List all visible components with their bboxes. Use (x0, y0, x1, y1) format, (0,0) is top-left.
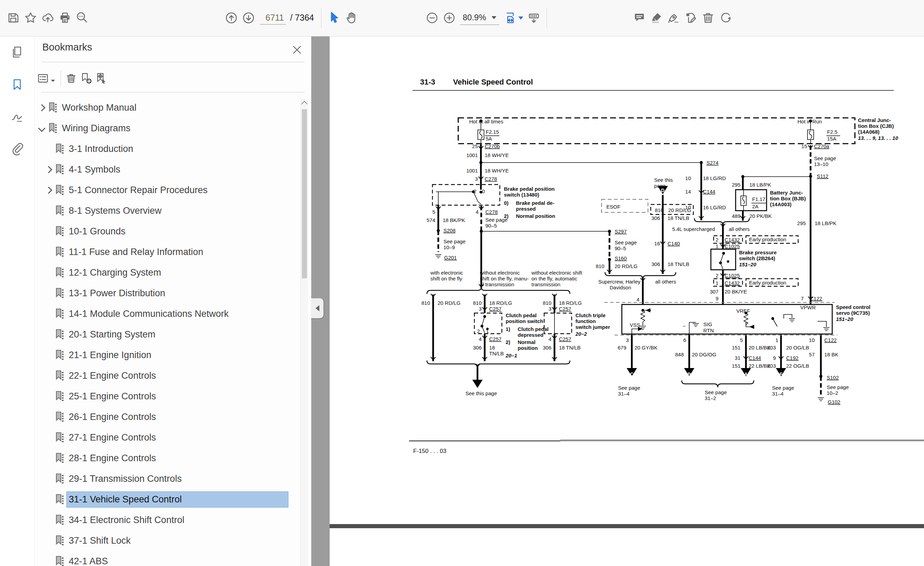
locate-bookmark-button[interactable] (94, 69, 109, 88)
bookmark-item[interactable]: 26-1 Engine Controls (34, 407, 288, 427)
bookmark-expand-chevron[interactable] (44, 515, 53, 524)
bookmark-expand-chevron[interactable] (44, 433, 53, 442)
bookmark-expand-chevron[interactable] (44, 268, 53, 277)
bookmark-expand-chevron[interactable] (37, 103, 46, 112)
select-tool-button[interactable] (326, 6, 343, 30)
save-button[interactable] (5, 6, 22, 30)
bookmark-item[interactable]: 12-1 Charging System (34, 262, 288, 283)
bookmark-label[interactable]: 13-1 Power Distribution (67, 286, 288, 301)
bookmark-item[interactable]: 28-1 Engine Controls (34, 448, 288, 469)
bookmark-expand-chevron[interactable] (44, 371, 53, 380)
bookmark-item[interactable]: 14-1 Module Communications Network (34, 304, 288, 324)
bookmark-item[interactable]: 11-1 Fuse and Relay Information (34, 242, 288, 262)
bookmark-label[interactable]: 12-1 Charging System (67, 265, 288, 280)
bookmark-item[interactable]: 5-1 Connector Repair Procedures (34, 180, 288, 201)
bookmark-item[interactable]: 8-1 Systems Overview (34, 201, 288, 221)
delete-bookmark-button[interactable] (64, 69, 79, 88)
zoom-level-select[interactable]: 80.9% (460, 10, 499, 25)
previous-page-button[interactable] (223, 6, 240, 30)
bookmark-label[interactable]: Wiring Diagrams (60, 121, 288, 136)
bookmark-label[interactable]: 28-1 Engine Controls (67, 451, 288, 466)
share-button[interactable] (39, 6, 56, 30)
bookmark-label[interactable]: 4-1 Symbols (67, 162, 288, 177)
zoom-out-button[interactable] (423, 6, 441, 30)
bookmark-item[interactable]: 13-1 Power Distribution (34, 283, 288, 304)
bookmark-expand-chevron[interactable] (44, 474, 53, 483)
add-bookmark-button[interactable] (79, 69, 94, 88)
bookmark-label[interactable]: 25-1 Engine Controls (67, 389, 288, 404)
bookmark-options-button[interactable] (36, 69, 51, 88)
bookmark-item[interactable]: 29-1 Transmission Controls (34, 469, 288, 489)
bookmark-expand-chevron[interactable] (44, 144, 53, 153)
bookmark-item[interactable]: 42-1 ABS (34, 551, 288, 566)
bookmark-label[interactable]: 21-1 Engine Ignition (67, 347, 288, 363)
bookmark-item[interactable]: 3-1 Introduction (34, 138, 288, 159)
scroll-mode-button[interactable] (525, 6, 542, 30)
bookmark-label[interactable]: 10-1 Grounds (67, 224, 288, 239)
bookmark-label[interactable]: 29-1 Transmission Controls (67, 471, 288, 487)
bookmark-item[interactable]: 21-1 Engine Ignition (34, 345, 288, 365)
print-button[interactable] (56, 6, 74, 30)
bookmark-item[interactable]: 10-1 Grounds (34, 221, 288, 242)
bookmark-item[interactable]: Workshop Manual (34, 97, 288, 118)
signatures-tab[interactable] (0, 101, 34, 133)
highlight-button[interactable] (648, 6, 665, 30)
fit-width-button[interactable] (501, 6, 525, 30)
bookmark-label[interactable]: 11-1 Fuse and Relay Information (67, 244, 288, 260)
bookmark-label[interactable]: 26-1 Engine Controls (67, 409, 288, 425)
bookmark-expand-chevron[interactable] (44, 227, 53, 236)
bookmark-label[interactable]: 31-1 Vehicle Speed Control (67, 492, 288, 507)
bookmark-expand-chevron[interactable] (44, 495, 53, 504)
next-page-button[interactable] (240, 6, 257, 30)
bookmark-expand-chevron[interactable] (44, 536, 53, 545)
collapse-panel-handle[interactable] (311, 298, 324, 318)
bookmark-label[interactable]: 5-1 Connector Repair Procedures (67, 183, 288, 198)
bookmark-expand-chevron[interactable] (44, 247, 53, 256)
sign-button[interactable] (665, 6, 682, 30)
bookmark-expand-chevron[interactable] (44, 289, 53, 298)
bookmark-expand-chevron[interactable] (44, 454, 53, 463)
scroll-up-arrow-icon[interactable] (301, 101, 308, 107)
close-panel-button[interactable] (290, 43, 304, 57)
page-number-field[interactable]: 6711 / 7364 (260, 11, 314, 25)
bookmark-expand-chevron[interactable] (44, 309, 53, 318)
bookmark-label[interactable]: 22-1 Engine Controls (67, 368, 288, 383)
bookmark-label[interactable]: 20-1 Starting System (67, 327, 288, 342)
bookmark-expand-chevron[interactable] (44, 206, 53, 215)
bookmark-expand-chevron[interactable] (44, 165, 53, 174)
bookmarks-tab[interactable] (0, 68, 34, 101)
bookmark-expand-chevron[interactable] (44, 186, 53, 195)
bookmark-label[interactable]: 37-1 Shift Lock (67, 533, 288, 548)
bookmark-label[interactable]: 3-1 Introduction (67, 141, 288, 157)
page-current-input[interactable]: 6711 (260, 11, 286, 25)
bookmark-expand-chevron[interactable] (44, 350, 53, 359)
star-button[interactable] (22, 6, 39, 30)
bookmark-item[interactable]: 27-1 Engine Controls (34, 427, 288, 448)
page-thumbnails-tab[interactable] (0, 36, 34, 68)
bookmarks-scrollbar[interactable] (300, 99, 308, 566)
bookmark-expand-chevron[interactable] (44, 557, 53, 566)
bookmark-label[interactable]: 8-1 Systems Overview (67, 203, 288, 219)
rotate-pages-button[interactable] (717, 6, 734, 30)
hand-tool-button[interactable] (343, 6, 360, 30)
delete-pages-button[interactable] (699, 6, 717, 30)
bookmark-item[interactable]: 25-1 Engine Controls (34, 386, 288, 407)
attachments-tab[interactable] (0, 133, 34, 165)
bookmark-item[interactable]: 31-1 Vehicle Speed Control (34, 489, 288, 510)
bookmark-item[interactable]: 22-1 Engine Controls (34, 365, 288, 386)
bookmark-expand-chevron[interactable] (44, 330, 53, 339)
bookmark-expand-chevron[interactable] (37, 124, 46, 133)
bookmark-label[interactable]: Workshop Manual (60, 100, 288, 115)
bookmark-expand-chevron[interactable] (44, 392, 53, 401)
zoom-in-button[interactable] (441, 6, 458, 30)
scrollbar-thumb[interactable] (302, 109, 307, 279)
edit-pages-button[interactable] (682, 6, 699, 30)
bookmark-expand-chevron[interactable] (44, 412, 53, 421)
bookmark-item[interactable]: 4-1 Symbols (34, 159, 288, 180)
search-button[interactable] (74, 6, 91, 30)
bookmark-item[interactable]: 34-1 Electronic Shift Control (34, 510, 288, 530)
bookmark-label[interactable]: 42-1 ABS (67, 554, 288, 566)
bookmark-label[interactable]: 14-1 Module Communications Network (67, 306, 288, 322)
bookmark-item[interactable]: 20-1 Starting System (34, 324, 288, 345)
bookmark-label[interactable]: 27-1 Engine Controls (67, 430, 288, 445)
